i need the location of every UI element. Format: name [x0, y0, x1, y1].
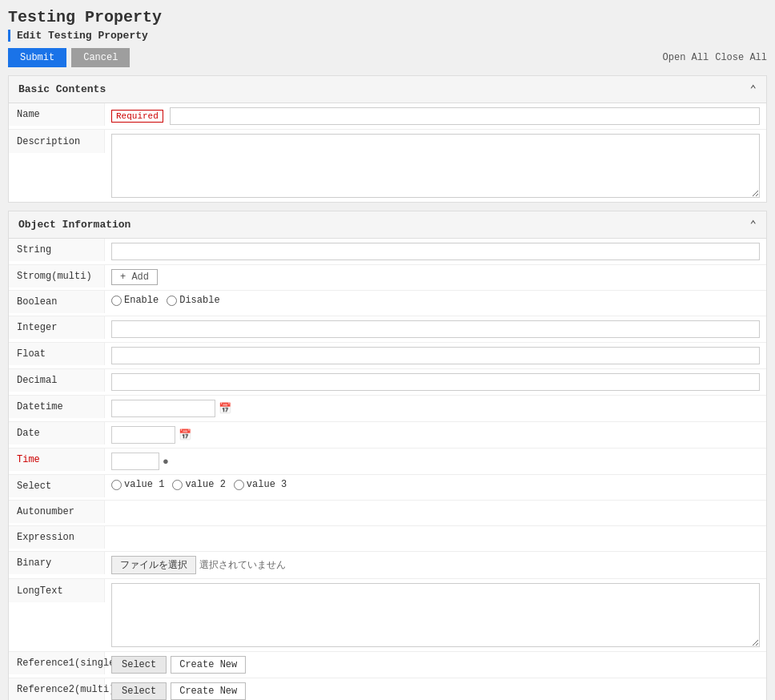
reference2-select-button[interactable]: Select: [111, 682, 167, 700]
longtext-label: LongText: [9, 579, 105, 602]
decimal-field: [105, 369, 766, 395]
strongmulti-label: Stromg(multi): [9, 265, 105, 288]
expression-row: Expression: [9, 526, 766, 552]
datetime-wrapper: 📅: [111, 400, 231, 417]
datetime-input[interactable]: [111, 400, 215, 417]
calendar-icon: 📅: [219, 402, 231, 415]
integer-input[interactable]: [111, 320, 760, 338]
boolean-radio-group: Enable Disable: [111, 295, 220, 306]
description-textarea[interactable]: [111, 134, 760, 198]
reference1-buttons: Select Create New: [111, 656, 246, 674]
reference2-buttons: Select Create New: [111, 682, 246, 700]
page-title: Testing Property: [8, 8, 767, 26]
decimal-row: Decimal: [9, 369, 766, 396]
expression-field: [105, 526, 766, 534]
page-wrapper: Testing Property Edit Testing Property S…: [0, 0, 775, 700]
enable-radio[interactable]: [111, 296, 122, 306]
time-row: Time ●: [9, 449, 766, 475]
object-information-body: String Stromg(multi) + Add Boolean: [9, 239, 766, 700]
reference2-label: Reference2(multi): [9, 678, 105, 700]
description-label: Description: [9, 130, 105, 153]
longtext-field: [105, 579, 766, 651]
value1-radio[interactable]: [111, 480, 122, 490]
description-row: Description: [9, 130, 766, 202]
open-all-button[interactable]: Open All: [663, 52, 709, 63]
submit-button[interactable]: Submit: [8, 48, 66, 67]
object-information-header[interactable]: Object Information ⌃: [9, 211, 766, 239]
close-all-button[interactable]: Close All: [715, 52, 767, 63]
integer-label: Integer: [9, 316, 105, 339]
reference1-label: Reference1(single): [9, 652, 105, 674]
toolbar-right: Open All Close All: [663, 52, 767, 63]
reference2-row: Reference2(multi) Select Create New: [9, 678, 766, 700]
string-field: [105, 239, 766, 264]
reference2-create-button[interactable]: Create New: [171, 682, 246, 700]
basic-contents-chevron: ⌃: [750, 82, 757, 96]
disable-radio[interactable]: [167, 296, 177, 306]
autonumber-label: Autonumber: [9, 501, 105, 523]
select-row: Select value 1 value 2 value: [9, 475, 766, 501]
disable-option[interactable]: Disable: [167, 295, 219, 306]
reference1-select-button[interactable]: Select: [111, 656, 167, 674]
value3-radio[interactable]: [234, 480, 244, 490]
reference2-field: Select Create New: [105, 678, 766, 700]
value2-label: value 2: [185, 479, 225, 490]
cancel-button[interactable]: Cancel: [71, 48, 130, 67]
basic-contents-header[interactable]: Basic Contents ⌃: [9, 76, 766, 103]
integer-row: Integer: [9, 316, 766, 343]
string-row: String: [9, 239, 766, 265]
date-label: Date: [9, 422, 105, 445]
float-label: Float: [9, 343, 105, 365]
name-input[interactable]: [170, 107, 760, 125]
binary-field: ファイルを選択 選択されていません: [105, 552, 766, 578]
decimal-input[interactable]: [111, 373, 760, 391]
value1-option[interactable]: value 1: [111, 479, 164, 490]
page-subtitle: Edit Testing Property: [8, 30, 767, 42]
decimal-label: Decimal: [9, 369, 105, 392]
object-information-section: Object Information ⌃ String Stromg(multi…: [8, 211, 767, 700]
datetime-label: Datetime: [9, 396, 105, 418]
longtext-row: LongText: [9, 579, 766, 652]
required-badge: Required: [111, 110, 163, 123]
date-input[interactable]: [111, 426, 175, 444]
select-radio-group: value 1 value 2 value 3: [111, 479, 287, 490]
reference1-row: Reference1(single) Select Create New: [9, 652, 766, 678]
datetime-row: Datetime 📅: [9, 396, 766, 422]
add-button[interactable]: + Add: [111, 269, 158, 285]
select-label: Select: [9, 475, 105, 497]
boolean-field: Enable Disable: [105, 291, 766, 310]
toolbar-left: Submit Cancel: [8, 48, 130, 67]
date-calendar-icon: 📅: [179, 428, 191, 441]
strongmulti-row: Stromg(multi) + Add: [9, 265, 766, 291]
object-information-title: Object Information: [18, 219, 131, 231]
date-wrapper: 📅: [111, 426, 191, 444]
float-row: Float: [9, 343, 766, 369]
time-input[interactable]: [111, 453, 159, 470]
name-label: Name: [9, 103, 105, 126]
basic-contents-title: Basic Contents: [18, 83, 106, 95]
time-wrapper: ●: [111, 453, 169, 470]
value3-option[interactable]: value 3: [234, 479, 287, 490]
string-input[interactable]: [111, 243, 760, 260]
enable-option[interactable]: Enable: [111, 295, 159, 306]
enable-label: Enable: [124, 295, 159, 306]
binary-row: Binary ファイルを選択 選択されていません: [9, 552, 766, 579]
basic-contents-section: Basic Contents ⌃ Name Required Descripti…: [8, 75, 767, 203]
float-input[interactable]: [111, 347, 760, 364]
strongmulti-field: + Add: [105, 265, 766, 289]
disable-label: Disable: [179, 295, 219, 306]
value2-option[interactable]: value 2: [172, 479, 225, 490]
time-label: Time: [9, 449, 105, 471]
description-field: [105, 130, 766, 202]
object-information-chevron: ⌃: [750, 218, 757, 231]
value2-radio[interactable]: [172, 480, 183, 490]
reference1-create-button[interactable]: Create New: [171, 656, 246, 674]
basic-contents-body: Name Required Description: [9, 103, 766, 202]
name-field: Required: [105, 103, 766, 129]
autonumber-field: [105, 501, 766, 509]
longtext-textarea[interactable]: [111, 583, 760, 647]
string-label: String: [9, 239, 105, 261]
file-choose-button[interactable]: ファイルを選択: [111, 556, 196, 574]
float-field: [105, 343, 766, 368]
reference1-field: Select Create New: [105, 652, 766, 678]
